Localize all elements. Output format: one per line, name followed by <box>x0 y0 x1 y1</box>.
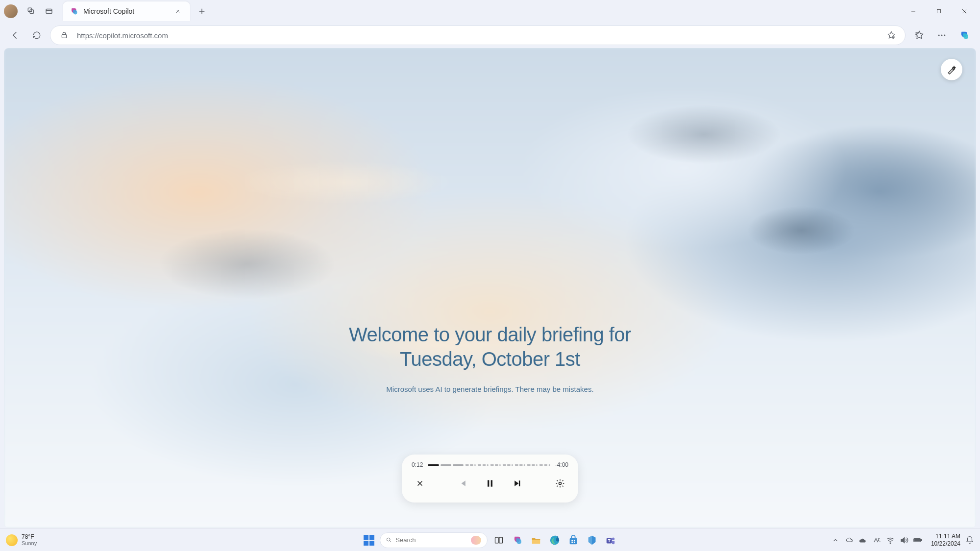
volume-icon[interactable] <box>900 536 908 545</box>
page-content: Welcome to your daily briefing for Tuesd… <box>4 48 976 528</box>
tab-close-button[interactable] <box>172 6 183 17</box>
tab-actions-icon[interactable] <box>40 2 58 20</box>
svg-rect-27 <box>921 539 922 541</box>
clock[interactable]: 11:11 AM 10/22/2024 <box>931 533 960 547</box>
taskbar-center: T <box>362 532 618 548</box>
shopping-icon[interactable] <box>884 28 898 42</box>
svg-rect-20 <box>574 541 575 543</box>
teams-button[interactable]: T <box>603 533 618 548</box>
next-button[interactable] <box>509 475 526 492</box>
svg-point-7 <box>941 35 943 36</box>
store-button[interactable] <box>566 533 581 548</box>
window-controls <box>902 2 976 20</box>
svg-text:T: T <box>608 538 611 543</box>
system-tray: 11:11 AM 10/22/2024 <box>831 533 974 547</box>
workspaces-icon[interactable] <box>23 2 40 20</box>
tab-title: Microsoft Copilot <box>83 7 172 15</box>
maximize-button[interactable] <box>927 2 951 20</box>
file-explorer-button[interactable] <box>529 533 543 548</box>
site-info-icon[interactable] <box>57 28 71 42</box>
weather-condition: Sunny <box>22 540 37 546</box>
briefing-disclaimer: Microsoft uses AI to generate briefings.… <box>270 385 710 393</box>
new-tab-button[interactable] <box>193 2 211 20</box>
url-text: https://copilot.microsoft.com <box>77 31 879 40</box>
minimize-button[interactable] <box>902 2 925 20</box>
svg-point-24 <box>890 543 891 544</box>
svg-rect-17 <box>571 540 573 541</box>
edge-button[interactable] <box>547 533 562 548</box>
briefing-title-line2: Tuesday, October 1st <box>400 348 580 370</box>
svg-rect-4 <box>62 35 66 38</box>
time-text: 11:11 AM <box>931 533 960 540</box>
briefing-title-line1: Welcome to your daily briefing for <box>349 324 631 345</box>
browser-tab[interactable]: Microsoft Copilot <box>63 1 190 21</box>
browser-chrome: Microsoft Copilot <box>0 0 980 48</box>
svg-rect-16 <box>570 538 577 544</box>
search-input[interactable] <box>395 536 467 544</box>
customize-button[interactable] <box>941 59 962 80</box>
briefing-block: Welcome to your daily briefing for Tuesd… <box>270 322 710 393</box>
address-bar-row: https://copilot.microsoft.com <box>0 23 980 48</box>
battery-icon[interactable] <box>913 536 922 545</box>
svg-point-6 <box>938 35 940 36</box>
weather-widget[interactable]: 78°F Sunny <box>6 534 37 546</box>
copilot-taskbar-button[interactable] <box>510 533 525 548</box>
language-icon[interactable] <box>872 536 881 545</box>
start-button[interactable] <box>362 533 376 547</box>
m365-button[interactable] <box>585 533 599 548</box>
tray-chevron-icon[interactable] <box>831 536 840 545</box>
svg-rect-9 <box>488 480 489 486</box>
notifications-icon[interactable] <box>965 536 974 545</box>
wifi-icon[interactable] <box>886 536 895 545</box>
title-bar: Microsoft Copilot <box>0 0 980 23</box>
weather-temp: 78°F <box>22 534 37 540</box>
progress-track[interactable] <box>428 464 550 466</box>
copilot-favicon-icon <box>70 7 78 16</box>
copilot-sidebar-button[interactable] <box>956 26 973 44</box>
audio-player: 0:12 -4:00 <box>402 455 578 503</box>
search-icon <box>386 536 392 544</box>
back-button[interactable] <box>7 27 24 44</box>
sun-icon <box>6 534 18 546</box>
center-controls <box>454 475 526 492</box>
remaining-time: -4:00 <box>555 461 568 468</box>
taskbar: 78°F Sunny T <box>0 528 980 551</box>
favorites-button[interactable] <box>910 26 928 44</box>
previous-button[interactable] <box>454 475 471 492</box>
address-bar[interactable]: https://copilot.microsoft.com <box>50 25 906 45</box>
svg-point-12 <box>387 538 390 541</box>
refresh-button[interactable] <box>28 27 45 44</box>
svg-rect-13 <box>495 537 499 543</box>
close-window-button[interactable] <box>953 2 976 20</box>
taskbar-search[interactable] <box>380 532 488 548</box>
profile-avatar[interactable] <box>4 4 18 18</box>
player-settings-button[interactable] <box>552 475 568 492</box>
svg-point-11 <box>559 482 562 485</box>
svg-rect-3 <box>937 10 941 13</box>
date-text: 10/22/2024 <box>931 540 960 547</box>
elapsed-time: 0:12 <box>412 461 423 468</box>
svg-rect-14 <box>499 537 503 543</box>
svg-rect-18 <box>574 540 575 541</box>
task-view-button[interactable] <box>491 533 506 548</box>
toolbar-right <box>910 26 973 44</box>
close-player-button[interactable] <box>412 475 428 492</box>
svg-rect-19 <box>571 541 573 543</box>
more-menu-button[interactable] <box>933 26 951 44</box>
svg-point-23 <box>612 537 615 540</box>
svg-rect-2 <box>46 9 52 14</box>
svg-rect-26 <box>914 539 920 541</box>
cloud-icon[interactable] <box>858 536 867 545</box>
briefing-title: Welcome to your daily briefing for Tuesd… <box>270 322 710 371</box>
onedrive-icon[interactable] <box>845 536 854 545</box>
svg-rect-10 <box>491 480 492 486</box>
svg-point-8 <box>944 35 945 36</box>
progress-row: 0:12 -4:00 <box>412 461 568 468</box>
pause-button[interactable] <box>482 475 498 492</box>
controls-row <box>412 475 568 492</box>
windows-logo-icon <box>364 535 374 546</box>
search-highlight-icon <box>471 536 481 545</box>
